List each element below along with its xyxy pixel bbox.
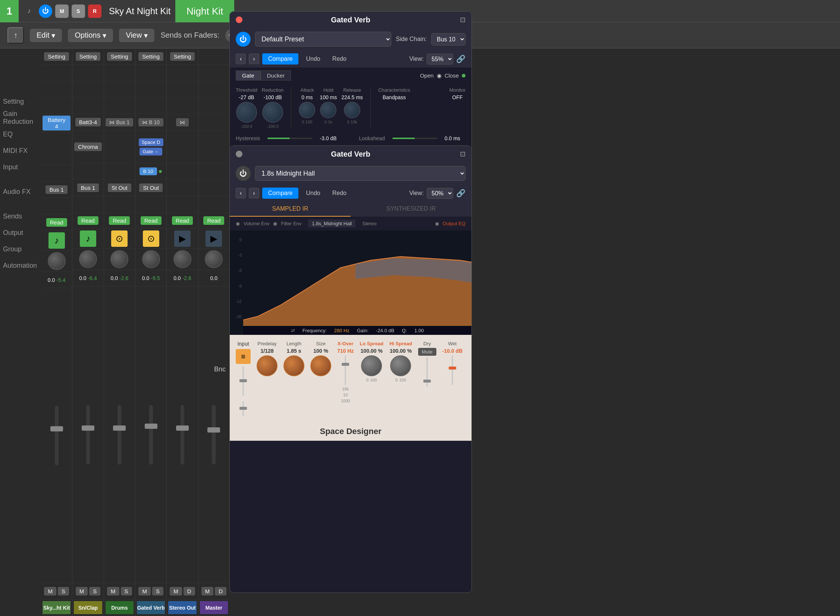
solo-btn-5[interactable]: D	[184, 587, 195, 595]
undo-btn-top[interactable]: Undo	[301, 53, 325, 65]
output-btn-1[interactable]: Bus 1	[46, 185, 67, 194]
gate-tab[interactable]: Gate	[236, 70, 261, 81]
close-btn-top[interactable]	[236, 16, 242, 23]
input-btn-3[interactable]: ⋈Bus 1	[106, 118, 133, 126]
mute-btn-5[interactable]: M	[170, 587, 182, 595]
edit-button[interactable]: Edit ▾	[30, 29, 62, 42]
output-btn-2[interactable]: Bus 1	[77, 183, 99, 192]
xover-slider[interactable]	[345, 355, 346, 385]
power-btn-top[interactable]: ⏻	[236, 32, 251, 47]
expand-icon-top[interactable]: ⊡	[460, 16, 466, 24]
input-btn-5[interactable]: ⋈	[176, 118, 189, 126]
track-label-5[interactable]: Stereo Out	[167, 600, 198, 616]
track-color-btn-3[interactable]: Drums	[106, 601, 134, 614]
size-knob[interactable]	[310, 355, 331, 376]
track-label-6[interactable]: Master	[198, 600, 229, 616]
automation-btn-1[interactable]: Read	[46, 218, 67, 227]
track-label-1[interactable]: Sky...ht Kit	[41, 600, 72, 616]
pan-knob-2[interactable]	[79, 250, 97, 268]
release-knob[interactable]	[344, 102, 360, 118]
lookahead-slider[interactable]	[392, 138, 437, 139]
solo-button[interactable]: S	[72, 4, 85, 18]
automation-btn-6[interactable]: Read	[203, 216, 224, 225]
input-btn-4[interactable]: ⋈B 10	[138, 118, 163, 126]
setting-btn-5[interactable]: Setting	[170, 52, 195, 61]
track-label-4[interactable]: Gated Verb	[135, 600, 166, 616]
mute-btn-1[interactable]: M	[44, 587, 56, 595]
record-button[interactable]: R	[88, 4, 101, 18]
track-color-btn-1[interactable]: Sky...ht Kit	[43, 601, 70, 614]
mute-dry-btn[interactable]: Mute	[418, 348, 436, 356]
dry-fader[interactable]	[426, 357, 428, 387]
solo-btn-4[interactable]: S	[152, 587, 163, 595]
hysteresis-slider[interactable]	[267, 138, 312, 139]
automation-btn-5[interactable]: Read	[172, 216, 193, 225]
length-knob[interactable]	[283, 355, 304, 376]
hold-knob[interactable]	[320, 102, 336, 118]
setting-btn-3[interactable]: Setting	[107, 52, 132, 61]
automation-btn-4[interactable]: Read	[141, 216, 162, 225]
lo-spread-knob[interactable]	[361, 355, 382, 376]
automation-btn-2[interactable]: Read	[78, 216, 98, 225]
track-label-2[interactable]: Sn/Clap	[72, 600, 103, 616]
next-btn-sd[interactable]: ›	[249, 188, 259, 198]
synthesized-ir-tab[interactable]: SYNTHESIZED IR	[351, 202, 471, 217]
input-fader[interactable]	[242, 366, 244, 396]
redo-btn-sd[interactable]: Redo	[328, 188, 351, 199]
prev-btn-top[interactable]: ‹	[236, 54, 246, 64]
pan-knob-4[interactable]	[142, 250, 160, 268]
power-btn-sd[interactable]: ⏻	[236, 166, 251, 181]
close-btn-sd[interactable]	[236, 151, 242, 157]
mute-btn-3[interactable]: M	[107, 587, 119, 595]
fader-6[interactable]	[212, 405, 216, 465]
compare-btn-top[interactable]: Compare	[262, 53, 299, 65]
fader-3[interactable]	[117, 405, 121, 465]
threshold-knob[interactable]	[236, 102, 257, 123]
preset-dropdown-top[interactable]: Default Preset	[255, 32, 391, 47]
track-color-btn-5[interactable]: Stereo Out	[168, 601, 196, 614]
gate-arrow-btn[interactable]: Gate ←	[140, 148, 162, 155]
chroma-btn[interactable]: Chroma	[74, 142, 101, 151]
send-b10-btn[interactable]: B 10	[140, 167, 157, 175]
side-chain-select[interactable]: Bus 10	[431, 33, 466, 45]
setting-btn-1[interactable]: Setting	[44, 52, 69, 61]
setting-btn-2[interactable]: Setting	[76, 52, 101, 61]
mute-button[interactable]: M	[55, 4, 69, 18]
track-color-btn-2[interactable]: Sn/Clap	[74, 601, 102, 614]
fader-2[interactable]	[86, 405, 90, 465]
prev-btn-sd[interactable]: ‹	[236, 188, 246, 198]
preset-dropdown-sd[interactable]: 1.8s Midnight Hall	[255, 166, 466, 181]
view-select-sd[interactable]: 50%	[427, 188, 453, 199]
setting-btn-4[interactable]: Setting	[138, 52, 163, 61]
mute-btn-2[interactable]: M	[76, 587, 88, 595]
pan-knob-1[interactable]	[48, 252, 66, 270]
view-button[interactable]: View ▾	[119, 29, 154, 42]
ducker-tab[interactable]: Ducker	[261, 70, 291, 81]
pan-knob-3[interactable]	[110, 250, 128, 268]
link-icon-sd[interactable]: 🔗	[456, 189, 466, 198]
power-button[interactable]: ⏻	[39, 4, 52, 18]
track-color-btn-4[interactable]: Gated Verb	[137, 601, 165, 614]
mute-btn-6[interactable]: M	[201, 587, 214, 595]
input-fader2[interactable]	[242, 401, 244, 416]
track-label-3[interactable]: Drums	[104, 600, 135, 616]
solo-btn-3[interactable]: S	[121, 587, 132, 595]
track-color-btn-6[interactable]: Master	[200, 601, 228, 614]
up-arrow-button[interactable]: ↑	[7, 27, 24, 44]
space-d-btn[interactable]: Space D	[139, 138, 163, 146]
automation-btn-3[interactable]: Read	[109, 216, 130, 225]
output-btn-3[interactable]: St Out	[108, 183, 131, 192]
compare-btn-sd[interactable]: Compare	[262, 188, 299, 199]
solo-btn-6[interactable]: D	[215, 587, 226, 595]
mute-btn-4[interactable]: M	[138, 587, 151, 595]
solo-btn-1[interactable]: S	[58, 587, 69, 595]
pan-knob-5[interactable]	[173, 250, 191, 268]
attack-knob[interactable]	[299, 102, 315, 118]
output-btn-4[interactable]: St Out	[139, 183, 163, 192]
predelay-knob[interactable]	[257, 355, 278, 376]
input-btn-1[interactable]: Battery 4	[43, 116, 70, 131]
solo-btn-2[interactable]: S	[89, 587, 100, 595]
redo-btn-top[interactable]: Redo	[328, 53, 351, 65]
expand-icon-sd[interactable]: ⊡	[460, 150, 466, 158]
link-icon-top[interactable]: 🔗	[456, 54, 466, 63]
